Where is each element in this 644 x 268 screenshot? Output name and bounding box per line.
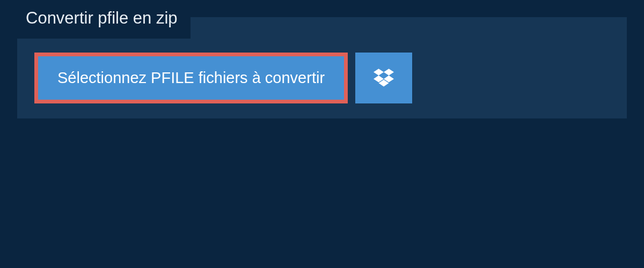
dropbox-icon [374,67,394,90]
tab-convert-pfile-zip[interactable]: Convertir pfile en zip [17,0,191,39]
dropbox-button[interactable] [355,53,412,103]
select-files-button[interactable]: Sélectionnez PFILE fichiers à convertir [34,53,348,103]
select-files-button-label: Sélectionnez PFILE fichiers à convertir [57,69,325,87]
tab-bar: Convertir pfile en zip [17,17,627,39]
conversion-panel: Convertir pfile en zip Sélectionnez PFIL… [17,17,627,118]
tab-label: Convertir pfile en zip [26,9,178,27]
upload-row: Sélectionnez PFILE fichiers à convertir [17,39,627,118]
